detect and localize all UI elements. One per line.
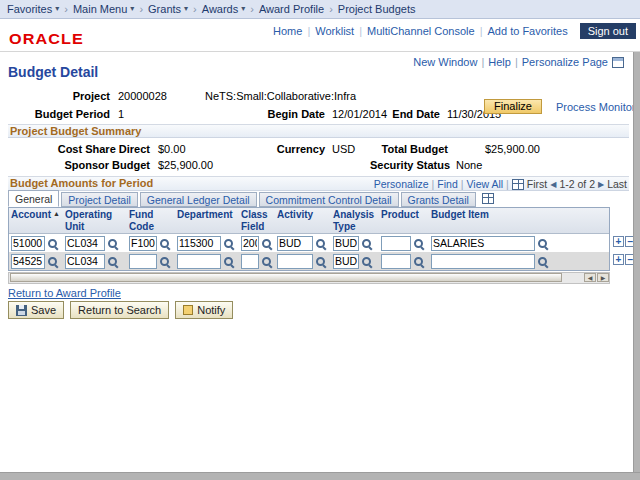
column-header-class-field: Class Field bbox=[239, 208, 275, 233]
scroll-left-icon[interactable]: ◀ bbox=[584, 273, 596, 282]
analysis-type-input[interactable] bbox=[333, 254, 359, 269]
tab-general-ledger-detail[interactable]: General Ledger Detail bbox=[140, 192, 257, 207]
operating-unit-input[interactable] bbox=[65, 236, 105, 251]
analysis-type-input[interactable] bbox=[333, 236, 359, 251]
utility-links: New Window | Help | Personalize Page bbox=[413, 56, 624, 68]
nav-add-to-favorites-link[interactable]: Add to Favorites bbox=[488, 25, 568, 37]
help-link[interactable]: Help bbox=[488, 56, 511, 68]
finalize-button[interactable]: Finalize bbox=[484, 99, 542, 114]
fund-code-input[interactable] bbox=[129, 236, 157, 251]
previous-rows-icon[interactable]: ◀ bbox=[550, 178, 556, 191]
save-icon bbox=[16, 305, 27, 316]
breadcrumb-favorites[interactable]: Favorites ▾ bbox=[7, 3, 59, 15]
sponsor-budget-label: Sponsor Budget bbox=[8, 159, 150, 171]
process-monitor-link[interactable]: Process Monitor bbox=[556, 101, 635, 113]
breadcrumb-grants[interactable]: Grants ▾ bbox=[148, 3, 188, 15]
class-field-input[interactable] bbox=[241, 236, 259, 251]
nav-worklist-link[interactable]: Worklist bbox=[315, 25, 354, 37]
lookup-icon[interactable] bbox=[360, 255, 373, 268]
copy-url-icon[interactable] bbox=[612, 57, 624, 68]
lookup-icon[interactable] bbox=[222, 255, 235, 268]
sign-out-button[interactable]: Sign out bbox=[580, 23, 636, 39]
lookup-icon[interactable] bbox=[222, 237, 235, 250]
breadcrumb-awards[interactable]: Awards ▾ bbox=[202, 3, 246, 15]
breadcrumb-project-budgets[interactable]: Project Budgets bbox=[338, 3, 416, 15]
product-input[interactable] bbox=[381, 236, 411, 251]
operating-unit-input[interactable] bbox=[65, 254, 105, 269]
lookup-icon[interactable] bbox=[412, 237, 425, 250]
budget-item-input[interactable] bbox=[431, 254, 535, 269]
scrollbar-thumb[interactable] bbox=[10, 273, 562, 282]
column-header-label[interactable]: Fund Code bbox=[129, 209, 173, 232]
save-button[interactable]: Save bbox=[8, 301, 64, 319]
lookup-icon[interactable] bbox=[260, 255, 273, 268]
lookup-icon[interactable] bbox=[536, 255, 549, 268]
breadcrumb-award-profile[interactable]: Award Profile bbox=[259, 3, 324, 15]
scroll-right-icon[interactable]: ▶ bbox=[597, 273, 609, 282]
lookup-icon[interactable] bbox=[158, 237, 171, 250]
account-input[interactable] bbox=[11, 236, 45, 251]
chevron-down-icon: ▾ bbox=[55, 4, 59, 13]
add-row-button[interactable]: + bbox=[613, 236, 624, 247]
column-header-label[interactable]: Analysis Type bbox=[333, 209, 377, 232]
product-input[interactable] bbox=[381, 254, 411, 269]
lookup-icon[interactable] bbox=[314, 237, 327, 250]
breadcrumb-label: Favorites bbox=[7, 3, 52, 15]
lookup-icon[interactable] bbox=[260, 237, 273, 250]
next-rows-icon[interactable]: ▶ bbox=[598, 178, 604, 191]
column-header-label[interactable]: Department bbox=[177, 209, 233, 221]
grid-section-header: Budget Amounts for Period Personalize | … bbox=[8, 176, 629, 191]
lookup-icon[interactable] bbox=[106, 237, 119, 250]
separator: | bbox=[359, 25, 362, 37]
new-window-link[interactable]: New Window bbox=[413, 56, 477, 68]
column-header-label[interactable]: Budget Item bbox=[431, 209, 489, 221]
column-header-label[interactable]: Class Field bbox=[241, 209, 273, 232]
budget-item-input[interactable] bbox=[431, 236, 535, 251]
add-row-button[interactable]: + bbox=[613, 254, 624, 265]
column-header-label[interactable]: Activity bbox=[277, 209, 313, 221]
grid-row-2 bbox=[9, 252, 609, 270]
tab-commitment-control-detail[interactable]: Commitment Control Detail bbox=[259, 192, 399, 207]
lookup-icon[interactable] bbox=[106, 255, 119, 268]
vertical-scrollbar-track[interactable] bbox=[633, 52, 640, 472]
personalize-page-link[interactable]: Personalize Page bbox=[522, 56, 608, 68]
return-to-award-profile-link[interactable]: Return to Award Profile bbox=[8, 287, 121, 299]
fund-code-input[interactable] bbox=[129, 254, 157, 269]
budget-period-value: 1 bbox=[118, 108, 124, 120]
return-to-search-label: Return to Search bbox=[78, 304, 161, 316]
tab-project-detail[interactable]: Project Detail bbox=[61, 192, 137, 207]
pager-last[interactable]: Last bbox=[607, 178, 627, 191]
column-header-label[interactable]: Operating Unit bbox=[65, 209, 125, 232]
account-input[interactable] bbox=[11, 254, 45, 269]
activity-input[interactable] bbox=[277, 236, 313, 251]
lookup-icon[interactable] bbox=[46, 255, 59, 268]
lookup-icon[interactable] bbox=[412, 255, 425, 268]
horizontal-scrollbar[interactable]: ◀ ▶ bbox=[8, 272, 610, 284]
activity-input[interactable] bbox=[277, 254, 313, 269]
summary-section-header: Project Budget Summary bbox=[8, 124, 629, 138]
breadcrumb-separator: › bbox=[64, 3, 68, 15]
column-header-label[interactable]: Product bbox=[381, 209, 419, 221]
nav-home-link[interactable]: Home bbox=[273, 25, 302, 37]
notify-button[interactable]: Notify bbox=[175, 301, 233, 319]
bottom-scrollbar-track[interactable] bbox=[0, 472, 640, 480]
breadcrumb-main-menu[interactable]: Main Menu ▾ bbox=[73, 3, 134, 15]
tab-general[interactable]: General bbox=[8, 190, 59, 207]
return-to-search-button[interactable]: Return to Search bbox=[70, 301, 169, 319]
lookup-icon[interactable] bbox=[314, 255, 327, 268]
nav-multichannel-console-link[interactable]: MultiChannel Console bbox=[367, 25, 475, 37]
pager-first[interactable]: First bbox=[527, 178, 547, 191]
show-all-columns-icon[interactable] bbox=[482, 193, 494, 204]
department-input[interactable] bbox=[177, 254, 221, 269]
lookup-icon[interactable] bbox=[536, 237, 549, 250]
lookup-icon[interactable] bbox=[46, 237, 59, 250]
tab-grants-detail[interactable]: Grants Detail bbox=[401, 192, 476, 207]
grid-header-row: Account ▲ Operating Unit Fund Code Depar… bbox=[9, 208, 609, 234]
column-header-label[interactable]: Account bbox=[11, 209, 51, 221]
lookup-icon[interactable] bbox=[360, 237, 373, 250]
download-grid-icon[interactable] bbox=[512, 179, 524, 190]
notify-label: Notify bbox=[197, 304, 225, 316]
class-field-input[interactable] bbox=[241, 254, 259, 269]
lookup-icon[interactable] bbox=[158, 255, 171, 268]
department-input[interactable] bbox=[177, 236, 221, 251]
